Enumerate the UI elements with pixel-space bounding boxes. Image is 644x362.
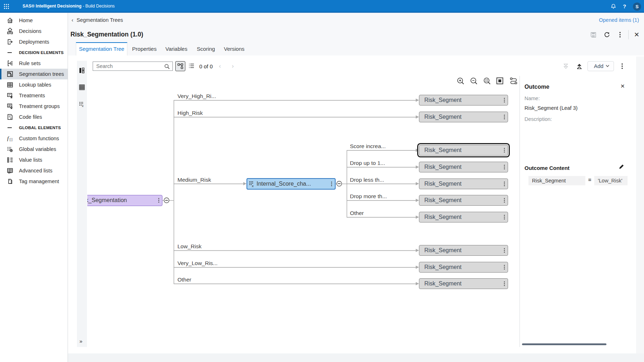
svg-text:Other: Other [177,277,191,283]
svg-text:Drop more th...: Drop more th... [350,193,387,199]
svg-text:Low_Risk: Low_Risk [177,243,201,249]
svg-text:Drop less th...: Drop less th... [350,177,384,183]
svg-text:x: x [252,184,254,188]
svg-text:f: f [7,136,9,141]
svg-text:Very_High_Ri...: Very_High_Ri... [177,93,216,99]
svg-text:Score increa...: Score increa... [350,143,386,149]
svg-text:Very_Low_Ris...: Very_Low_Ris... [177,260,218,266]
svg-text:Drop up to 1...: Drop up to 1... [350,160,385,166]
svg-text:Other: Other [350,210,364,216]
svg-text:[ ]: [ ] [10,138,13,141]
svg-text:Medium_Risk: Medium_Risk [177,177,211,183]
svg-text:High_Risk: High_Risk [177,110,203,116]
svg-text:x: x [82,104,84,108]
